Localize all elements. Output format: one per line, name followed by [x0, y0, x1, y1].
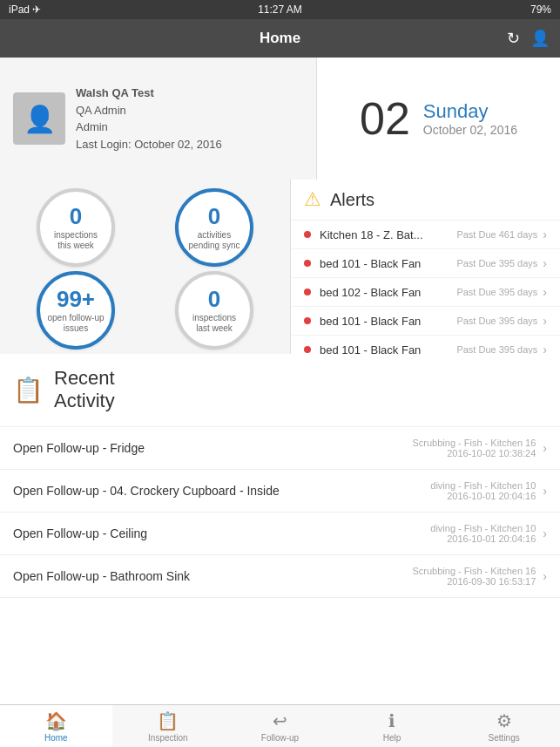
activity-row-3[interactable]: Open Follow-up - Bathroom Sink Scrubbing… [0, 555, 560, 598]
alert-dot-0 [304, 231, 311, 238]
activity-chevron-1: › [543, 484, 547, 498]
status-bar: iPad ✈ 11:27 AM 79% [0, 0, 560, 19]
status-bar-left: iPad ✈ [9, 3, 41, 16]
recent-header: 📋 RecentActivity [0, 354, 560, 427]
activity-meta-1: diving - Fish - Kitchen 10 2016-10-01 20… [430, 480, 536, 501]
circle-0-number: 0 [70, 205, 82, 227]
status-bar-right: 79% [530, 3, 551, 16]
nav-bar-title: Home [260, 30, 300, 47]
tab-label-2: Follow-up [261, 733, 299, 743]
tab-bar: 🏠 Home 📋 Inspection ↩ Follow-up ℹ Help ⚙… [0, 704, 560, 747]
alert-chevron-1: › [543, 256, 547, 270]
circle-3-number: 0 [208, 288, 220, 310]
nav-bar: Home ↻ 👤 [0, 19, 560, 58]
alert-due-1: Past Due 395 days [456, 258, 537, 268]
activity-chevron-0: › [543, 441, 547, 455]
alert-row-0[interactable]: Kitchen 18 - Z. Bat... Past Due 461 days… [291, 221, 560, 249]
ipad-label: iPad ✈ [9, 3, 41, 16]
user-icon[interactable]: 👤 [530, 29, 550, 48]
alert-row-3[interactable]: bed 101 - Black Fan Past Due 395 days › [291, 307, 560, 336]
activity-category-1: diving - Fish - Kitchen 10 [430, 480, 536, 491]
tab-home[interactable]: 🏠 Home [0, 705, 112, 747]
activity-chevron-3: › [543, 569, 547, 583]
tab-icon-3: ℹ [388, 710, 395, 731]
circle-activities-sync: 0 activitiespending sync [166, 188, 262, 267]
tab-label-1: Inspection [148, 733, 188, 743]
circle-0-label: inspectionsthis week [54, 230, 98, 251]
alert-row-2[interactable]: bed 102 - Black Fan Past Due 395 days › [291, 278, 560, 307]
alert-chevron-0: › [543, 227, 547, 241]
date-info: Sunday October 02, 2016 [423, 100, 517, 137]
tab-icon-0: 🏠 [45, 710, 67, 731]
tab-icon-2: ↩ [273, 710, 287, 731]
alert-dot-4 [304, 346, 311, 353]
alert-due-0: Past Due 461 days [456, 229, 537, 240]
activity-category-0: Scrubbing - Fish - Kitchen 16 [412, 438, 536, 448]
refresh-icon[interactable]: ↻ [507, 29, 520, 48]
circle-inspections-week: 0 inspectionsthis week [28, 188, 124, 267]
activity-name-0: Open Follow-up - Fridge [13, 441, 412, 455]
circle-2-label: open follow-upissues [47, 313, 104, 334]
activity-name-3: Open Follow-up - Bathroom Sink [13, 569, 412, 583]
tab-follow-up[interactable]: ↩ Follow-up [224, 705, 336, 747]
activity-meta-2: diving - Fish - Kitchen 10 2016-10-01 20… [430, 523, 536, 544]
user-info: Walsh QA Test QA Admin Admin Last Login:… [76, 85, 222, 153]
user-role2: Admin [76, 119, 222, 136]
battery-label: 79% [530, 3, 551, 16]
tab-label-4: Settings [489, 733, 520, 743]
alert-due-2: Past Due 395 days [456, 287, 537, 297]
avatar-placeholder-icon: 👤 [24, 104, 56, 134]
alert-row-1[interactable]: bed 101 - Black Fan Past Due 395 days › [291, 249, 560, 278]
circle-3-label: inspectionslast week [192, 313, 236, 334]
alert-dot-1 [304, 260, 311, 267]
user-profile: 👤 Walsh QA Test QA Admin Admin Last Logi… [0, 58, 316, 180]
alerts-title: Alerts [330, 190, 374, 210]
activity-row-2[interactable]: Open Follow-up - Ceiling diving - Fish -… [0, 513, 560, 555]
stats-section: 0 inspectionsthis week 0 activitiespendi… [0, 180, 560, 354]
tab-bar-items: 🏠 Home 📋 Inspection ↩ Follow-up ℹ Help ⚙… [0, 705, 560, 747]
status-bar-time: 11:27 AM [258, 3, 302, 16]
activity-row-1[interactable]: Open Follow-up - 04. Crockery Cupboard -… [0, 470, 560, 513]
activity-category-3: Scrubbing - Fish - Kitchen 16 [412, 566, 536, 576]
content-area: 👤 Walsh QA Test QA Admin Admin Last Logi… [0, 58, 560, 704]
activity-time-2: 2016-10-01 20:04:16 [430, 533, 536, 544]
top-section: 👤 Walsh QA Test QA Admin Admin Last Logi… [0, 58, 560, 180]
circle-followup: 99+ open follow-upissues [28, 271, 124, 350]
alerts-area: ⚠ Alerts Kitchen 18 - Z. Bat... Past Due… [290, 180, 560, 354]
alert-dot-3 [304, 317, 311, 324]
circle-1-number: 0 [208, 205, 220, 227]
date-day: 02 [360, 92, 410, 145]
activity-name-2: Open Follow-up - Ceiling [13, 526, 430, 540]
tab-label-0: Home [44, 733, 68, 743]
activity-meta-0: Scrubbing - Fish - Kitchen 16 2016-10-02… [412, 438, 536, 458]
circle-3: 0 inspectionslast week [175, 271, 253, 350]
date-section: 02 Sunday October 02, 2016 [316, 58, 560, 180]
tab-inspection[interactable]: 📋 Inspection [112, 705, 225, 747]
tab-icon-1: 📋 [157, 710, 179, 731]
tab-icon-4: ⚙ [496, 710, 512, 731]
activity-category-2: diving - Fish - Kitchen 10 [430, 523, 536, 533]
activity-time-3: 2016-09-30 16:53:17 [412, 576, 536, 587]
date-full: October 02, 2016 [423, 123, 517, 137]
tab-help[interactable]: ℹ Help [336, 705, 449, 747]
activity-meta-3: Scrubbing - Fish - Kitchen 16 2016-09-30… [412, 566, 536, 587]
circle-2-number: 99+ [57, 288, 95, 310]
alert-chevron-3: › [543, 314, 547, 328]
activity-list: Open Follow-up - Fridge Scrubbing - Fish… [0, 427, 560, 598]
alert-name-1: bed 101 - Black Fan [320, 257, 456, 270]
circle-inspections-last: 0 inspectionslast week [166, 271, 262, 350]
clipboard-icon: 📋 [13, 376, 44, 404]
circles-area: 0 inspectionsthis week 0 activitiespendi… [0, 180, 290, 354]
activity-time-0: 2016-10-02 10:38:24 [412, 448, 536, 458]
user-name: Walsh QA Test [76, 85, 222, 102]
alerts-list: Kitchen 18 - Z. Bat... Past Due 461 days… [291, 221, 560, 364]
activity-row-0[interactable]: Open Follow-up - Fridge Scrubbing - Fish… [0, 427, 560, 470]
recent-activity-title: RecentActivity [54, 367, 115, 413]
alert-triangle-icon: ⚠ [304, 188, 321, 211]
avatar: 👤 [13, 92, 65, 145]
activity-name-1: Open Follow-up - 04. Crockery Cupboard -… [13, 484, 430, 498]
alert-name-2: bed 102 - Black Fan [320, 286, 456, 299]
activity-chevron-2: › [543, 526, 547, 540]
alert-dot-2 [304, 289, 311, 295]
tab-settings[interactable]: ⚙ Settings [448, 705, 560, 747]
